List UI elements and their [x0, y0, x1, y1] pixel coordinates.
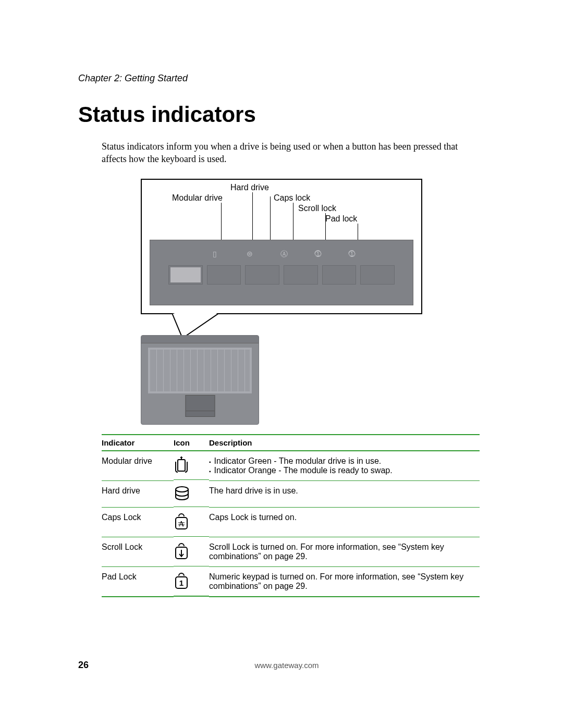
svg-text:A: A: [179, 520, 185, 528]
laptop-illustration: [141, 335, 258, 424]
table-row: Modular drive Indicator Green - The modu…: [102, 451, 480, 481]
label-modular-drive: Modular drive: [172, 193, 223, 203]
cell-description: The hard drive is in use.: [209, 480, 480, 507]
cell-description: Caps Lock is turned on.: [209, 507, 480, 537]
cell-indicator: Pad Lock: [102, 566, 174, 597]
svg-rect-2: [178, 460, 185, 471]
label-caps-lock: Caps lock: [274, 193, 310, 203]
th-description: Description: [209, 435, 480, 451]
page-footer: 26 www.gateway.com: [78, 660, 485, 671]
caps-lock-icon: A: [174, 507, 209, 537]
indicator-table: Indicator Icon Description Modular drive: [102, 434, 480, 598]
th-indicator: Indicator: [102, 435, 174, 451]
indicator-panel: ▯ ⊜ Ⓐ ⓵ ⓵: [150, 240, 413, 305]
svg-text:1: 1: [179, 578, 183, 587]
svg-point-5: [176, 487, 188, 492]
footer-url: www.gateway.com: [89, 661, 485, 670]
modular-drive-icon: [174, 451, 209, 480]
label-pad-lock: Pad lock: [325, 214, 357, 224]
callout-box: Hard drive Modular drive Caps lock Scrol…: [141, 179, 422, 314]
page-number: 26: [78, 660, 89, 671]
cell-description: Numeric keypad is turned on. For more in…: [209, 566, 480, 597]
page-title: Status indicators: [78, 102, 485, 127]
table-row: Pad Lock 1 Numeric keypad is turned on. …: [102, 566, 480, 597]
cell-indicator: Hard drive: [102, 480, 174, 507]
cell-indicator: Scroll Lock: [102, 537, 174, 566]
table-row: Caps Lock A Caps Lock is turned on.: [102, 507, 480, 537]
cell-indicator: Caps Lock: [102, 507, 174, 537]
table-row: Scroll Lock Scroll Lock is turned on. Fo…: [102, 537, 480, 566]
intro-paragraph: Status indicators inform you when a driv…: [102, 140, 480, 166]
cell-indicator: Modular drive: [102, 451, 174, 481]
hard-drive-icon: [174, 480, 209, 507]
chapter-heading: Chapter 2: Getting Started: [78, 73, 485, 84]
table-header-row: Indicator Icon Description: [102, 435, 480, 451]
th-icon: Icon: [174, 435, 209, 451]
cell-description: Indicator Green - The modular drive is i…: [209, 451, 480, 481]
table-row: Hard drive The hard drive is in use.: [102, 480, 480, 507]
label-hard-drive: Hard drive: [230, 183, 269, 192]
cell-description: Scroll Lock is turned on. For more infor…: [209, 537, 480, 566]
scroll-lock-icon: [174, 537, 209, 566]
label-scroll-lock: Scroll lock: [298, 204, 336, 213]
pad-lock-icon: 1: [174, 566, 209, 597]
status-indicator-diagram: Hard drive Modular drive Caps lock Scrol…: [141, 179, 422, 424]
